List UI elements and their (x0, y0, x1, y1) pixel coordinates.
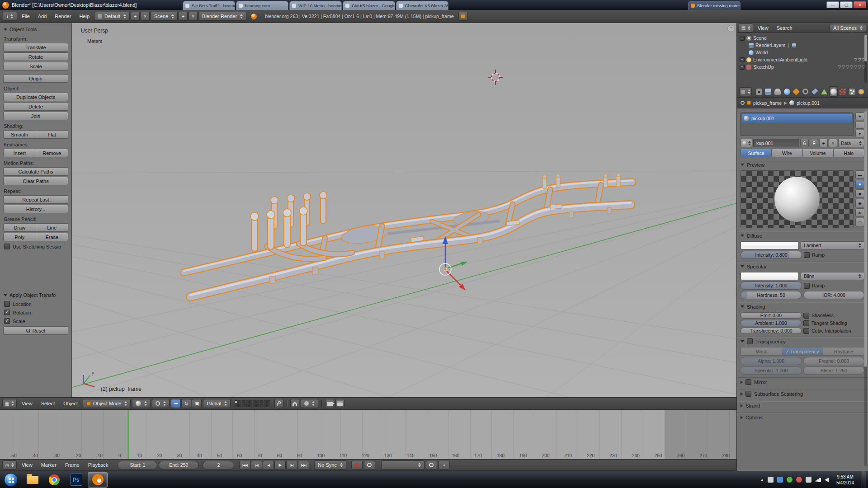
specular-intensity-slider[interactable]: Intensity: 1.000 (741, 282, 802, 290)
previous-keyframe-button[interactable] (251, 461, 262, 469)
jump-to-end-button[interactable] (298, 461, 309, 469)
preview-sky-button[interactable]: ◠ (855, 218, 864, 226)
browser-tab[interactable]: Chevrolet K5 Blazer 350... (396, 1, 448, 10)
add-slot-button[interactable]: + (855, 113, 864, 120)
preview-hair-button[interactable]: ≋ (855, 208, 864, 217)
emit-slider[interactable]: Emit: 0.00 (741, 312, 802, 319)
delete-scene-button[interactable]: × (189, 12, 198, 21)
outliner-item-sketchup[interactable]: + SketchUp ▽ ▽ ▽ ▽ ▽ ▽ ▽ (738, 63, 867, 70)
taskbar-blender-button[interactable] (88, 472, 108, 488)
reset-button[interactable]: Reset (3, 326, 68, 335)
diffuse-color-swatch[interactable] (741, 241, 799, 249)
region-expand-handle[interactable]: + (727, 25, 735, 32)
remove-keyframe-button[interactable]: Remove (36, 149, 69, 157)
restrict-toggle-icon[interactable]: ▽ (854, 57, 857, 62)
tray-icon[interactable] (806, 477, 811, 483)
alpha-slider[interactable]: Alpha: 1.000 (741, 357, 802, 365)
material-slot-list[interactable]: pickup.001 (741, 113, 854, 136)
diffuse-ramp-checkbox[interactable]: Ramp (804, 252, 864, 258)
snap-toggle-button[interactable] (290, 399, 299, 408)
maximize-button[interactable] (840, 1, 853, 8)
window-title-bar[interactable]: Blender* [C:\Users\Owner\Desktop\Blazer\… (0, 0, 868, 10)
collapse-box-icon[interactable]: − (740, 36, 745, 41)
apply-rotation-row[interactable]: Rotation (0, 308, 71, 317)
restrict-toggle-icon[interactable]: ▽ (846, 65, 849, 69)
scale-manipulator-button[interactable]: ▣ (192, 399, 202, 408)
menu-add[interactable]: Add (34, 14, 51, 19)
auto-keyframe-record-button[interactable] (351, 461, 363, 469)
timeline-canvas[interactable]: -50-40-30-20-100102030405060708090100110… (0, 410, 736, 459)
translate-manipulator-button[interactable]: ✛ (171, 399, 181, 408)
mode-selector[interactable]: Object Mode (83, 399, 131, 408)
viewport-canvas[interactable]: y User Persp Meters (2) pickup_frame (72, 23, 736, 397)
3d-viewport[interactable]: y User Persp Meters (2) pickup_frame + (72, 23, 736, 397)
editor-type-3dview-icon[interactable]: ▦ (2, 399, 17, 408)
delete-button[interactable]: Delete (3, 102, 68, 111)
fresnel-slider[interactable]: Fresnel: 0.000 (803, 357, 864, 365)
fake-user-button[interactable]: F (810, 139, 818, 147)
sketching-sessions-checkbox-row[interactable]: Use Sketching Sessio (0, 242, 71, 251)
breadcrumb-object[interactable]: pickup_frame (753, 100, 782, 106)
mirror-panel-header[interactable]: Mirror (737, 377, 868, 386)
menu-object[interactable]: Object (60, 401, 81, 406)
grease-poly-button[interactable]: Poly (3, 233, 36, 241)
jump-to-start-button[interactable] (239, 461, 250, 469)
add-scene-button[interactable]: + (179, 12, 188, 21)
unlink-material-button[interactable]: × (829, 139, 837, 147)
preview-monkey-button[interactable]: ◉ (855, 199, 864, 207)
play-reverse-button[interactable] (263, 461, 274, 469)
snap-element-selector[interactable] (301, 399, 318, 408)
screen-layout-selector[interactable]: Default (94, 12, 130, 21)
browse-material-button[interactable] (741, 139, 752, 147)
add-layout-button[interactable]: + (131, 12, 140, 21)
pivot-point-selector[interactable] (152, 399, 170, 408)
outliner-scope-selector[interactable]: All Scenes (830, 24, 866, 32)
delete-keyframes-button[interactable]: × (439, 461, 450, 469)
checkbox[interactable] (4, 301, 10, 307)
remove-slot-button[interactable]: − (855, 121, 864, 129)
volume-icon[interactable] (825, 478, 829, 482)
tool-shelf-panel-header[interactable]: Object Tools (0, 25, 71, 34)
transparency-enable-checkbox[interactable] (747, 338, 753, 344)
new-material-button[interactable]: + (819, 139, 828, 147)
specular-panel-header[interactable]: Specular (737, 262, 868, 271)
current-frame-indicator[interactable] (128, 410, 129, 459)
checkbox[interactable] (804, 283, 810, 289)
pin-icon[interactable] (741, 101, 745, 105)
specular-ior-slider[interactable]: IOR: 4.000 (803, 291, 864, 299)
repeat-last-button[interactable]: Repeat Last (3, 195, 68, 204)
lock-to-scene-button[interactable] (274, 399, 283, 408)
diffuse-panel-header[interactable]: Diffuse (737, 231, 868, 240)
calculate-paths-button[interactable]: Calculate Paths (3, 167, 68, 176)
editor-type-outliner-icon[interactable]: ▤ (739, 23, 753, 33)
menu-frame[interactable]: Frame (61, 462, 83, 468)
insert-keyframe-button[interactable]: Insert (3, 149, 36, 157)
clear-paths-button[interactable]: Clear Paths (3, 177, 68, 185)
join-button[interactable]: Join (3, 112, 68, 120)
apply-transform-panel-header[interactable]: Apply Object Transfo (0, 291, 71, 300)
checkbox-checked[interactable] (4, 318, 10, 324)
material-name-field[interactable]: kup.001 (753, 139, 799, 147)
tab-modifiers[interactable] (811, 87, 819, 96)
checkbox[interactable] (803, 320, 809, 326)
layers-widget[interactable] (235, 400, 270, 407)
preview-cube-button[interactable]: ■ (855, 189, 864, 198)
start-button[interactable] (4, 473, 18, 487)
properties-scrollbar[interactable] (864, 111, 867, 466)
transparency-panel-header[interactable]: Transparency (737, 337, 868, 346)
rotate-button[interactable]: Rotate (3, 52, 68, 61)
current-frame-field[interactable]: 2 (203, 461, 234, 469)
tab-render-layers[interactable] (764, 87, 773, 96)
breadcrumb-material[interactable]: pickup.001 (797, 100, 820, 106)
grease-draw-button[interactable]: Draw (3, 223, 36, 232)
tab-material[interactable] (830, 87, 838, 96)
restrict-toggle-icon[interactable]: ▽ (838, 65, 841, 69)
expand-box-icon[interactable]: + (740, 57, 745, 62)
outliner-scrollbar[interactable] (864, 35, 867, 83)
menu-view[interactable]: View (754, 25, 772, 31)
checkbox[interactable] (803, 313, 809, 319)
tray-overflow-icon[interactable]: ▲ (760, 478, 764, 482)
apply-location-row[interactable]: Location (0, 300, 71, 308)
minimize-button[interactable] (826, 1, 839, 8)
menu-select[interactable]: Select (38, 401, 59, 406)
